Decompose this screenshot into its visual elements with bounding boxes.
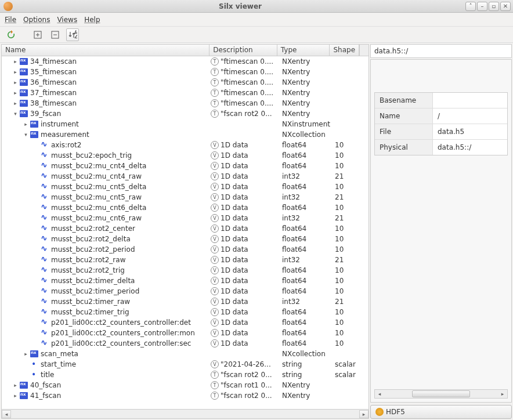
node-label: 39_fscan bbox=[30, 110, 61, 118]
tree-hscroll[interactable]: ◂ ▸ bbox=[2, 409, 369, 418]
collapse-icon[interactable]: ▾ bbox=[23, 132, 29, 138]
description-text: 1D data bbox=[221, 225, 248, 233]
shape-text: 21 bbox=[331, 298, 369, 306]
expand-icon[interactable]: ▸ bbox=[12, 90, 19, 96]
description-text: "ftimescan 0.... bbox=[221, 57, 273, 66]
type-badge-icon: T bbox=[211, 89, 219, 97]
tree-row[interactable]: ▸36_ftimescanT"ftimescan 0....NXentry bbox=[2, 77, 369, 88]
shape-text: 10 bbox=[331, 339, 369, 347]
expand-icon[interactable]: ▸ bbox=[12, 393, 19, 399]
sort-button[interactable]: AZ bbox=[66, 28, 79, 41]
shape-text: 21 bbox=[331, 214, 369, 222]
tree-row[interactable]: musst_bcu2:rot2_rawV1D dataint3221 bbox=[2, 255, 369, 265]
type-badge-icon: V bbox=[211, 277, 219, 285]
shape-text: 10 bbox=[331, 141, 369, 149]
dataset-icon bbox=[41, 183, 49, 190]
tree-row[interactable]: musst_bcu2:rot2_periodV1D datafloat6410 bbox=[2, 244, 369, 255]
type-text: float64 bbox=[279, 235, 331, 243]
tree-row[interactable]: musst_bcu2:mu_cnt5_rawV1D dataint3221 bbox=[2, 192, 369, 202]
node-label: musst_bcu2:mu_cnt4_delta bbox=[51, 162, 146, 170]
menu-views[interactable]: Views bbox=[57, 16, 77, 24]
tree-row[interactable]: musst_bcu2:rot2_deltaV1D datafloat6410 bbox=[2, 234, 369, 244]
dataset-icon bbox=[41, 330, 49, 336]
tree-row[interactable]: musst_bcu2:mu_cnt6_deltaV1D datafloat641… bbox=[2, 202, 369, 213]
collapse-all-button[interactable] bbox=[49, 28, 62, 41]
info-hscroll[interactable]: ◂ ▸ bbox=[374, 389, 508, 399]
column-type[interactable]: Type bbox=[277, 45, 330, 56]
type-text: float64 bbox=[279, 318, 331, 327]
expand-icon[interactable]: ▸ bbox=[12, 79, 19, 86]
description-text: 1D data bbox=[221, 235, 248, 243]
menu-options[interactable]: Options bbox=[23, 16, 50, 24]
tree-row[interactable]: ▾39_fscanT"fscan rot2 0...NXentry bbox=[2, 108, 369, 119]
menu-help[interactable]: Help bbox=[84, 16, 100, 24]
scroll-left-icon[interactable]: ◂ bbox=[2, 410, 11, 418]
description-text: 1D data bbox=[221, 308, 248, 316]
tree-row[interactable]: ▸37_ftimescanT"ftimescan 0....NXentry bbox=[2, 88, 369, 98]
type-badge-icon: T bbox=[211, 110, 219, 118]
description-text: 1D data bbox=[221, 193, 248, 201]
scroll-right-icon[interactable]: ▸ bbox=[359, 410, 369, 418]
type-text: NXcollection bbox=[279, 350, 331, 358]
menu-file[interactable]: File bbox=[5, 16, 16, 24]
tree-row[interactable]: ▸instrumentNXinstrument bbox=[2, 119, 369, 129]
tree-row[interactable]: musst_bcu2:mu_cnt4_deltaV1D datafloat641… bbox=[2, 161, 369, 171]
tree-row[interactable]: musst_bcu2:mu_cnt4_rawV1D dataint3221 bbox=[2, 171, 369, 182]
tree-row[interactable]: musst_bcu2:timer_deltaV1D datafloat6410 bbox=[2, 276, 369, 286]
tree-row[interactable]: ▸38_ftimescanT"ftimescan 0....NXentry bbox=[2, 98, 369, 108]
column-description[interactable]: Description bbox=[209, 45, 277, 56]
tree-row[interactable]: ▸34_ftimescanT"ftimescan 0....NXentry bbox=[2, 56, 369, 67]
tree-row[interactable]: titleT"fscan rot2 0...stringscalar bbox=[2, 370, 369, 380]
type-text: NXentry bbox=[279, 78, 331, 86]
titlebar: Silx viewer ˄ – ▫ ✕ bbox=[0, 0, 513, 13]
tree-row[interactable]: musst_bcu2:epoch_trigV1D datafloat6410 bbox=[2, 150, 369, 161]
tree-vscroll-header bbox=[359, 45, 369, 56]
shade-button[interactable]: ˄ bbox=[465, 2, 476, 11]
column-shape[interactable]: Shape bbox=[330, 45, 359, 56]
expand-icon[interactable]: ▸ bbox=[12, 59, 19, 65]
tree-row[interactable]: ▸35_ftimescanT"ftimescan 0....NXentry bbox=[2, 67, 369, 77]
expand-icon[interactable]: ▸ bbox=[12, 69, 19, 75]
tree-row[interactable]: musst_bcu2:rot2_centerV1D datafloat6410 bbox=[2, 223, 369, 234]
info-row: Filedata.h5 bbox=[375, 124, 507, 140]
info-value: / bbox=[433, 108, 507, 124]
expand-icon[interactable]: ▸ bbox=[23, 121, 29, 128]
nx-group-icon bbox=[20, 68, 28, 75]
expand-all-button[interactable] bbox=[31, 28, 44, 41]
tree-row[interactable]: musst_bcu2:mu_cnt5_deltaV1D datafloat641… bbox=[2, 182, 369, 192]
tree-row[interactable]: axis:rot2V1D datafloat6410 bbox=[2, 140, 369, 150]
tree-row[interactable]: ▾measurementNXcollection bbox=[2, 129, 369, 140]
tree-row[interactable]: ▸40_fscanT"fscan rot1 0...NXentry bbox=[2, 380, 369, 390]
tree-row[interactable]: musst_bcu2:timer_rawV1D dataint3221 bbox=[2, 296, 369, 307]
expand-icon[interactable]: ▸ bbox=[23, 351, 29, 357]
type-text: float64 bbox=[279, 141, 331, 149]
tree-row[interactable]: p201_lid00c:ct2_counters_controller:monV… bbox=[2, 328, 369, 338]
type-badge-icon: T bbox=[211, 68, 219, 76]
maximize-button[interactable]: ▫ bbox=[489, 2, 499, 11]
tree-row[interactable]: musst_bcu2:rot2_trigV1D datafloat6410 bbox=[2, 265, 369, 276]
hdf5-button[interactable]: HDF5 bbox=[370, 405, 512, 419]
minimize-button[interactable]: – bbox=[477, 2, 487, 11]
shape-text: 10 bbox=[331, 225, 369, 233]
tree-body[interactable]: ▸34_ftimescanT"ftimescan 0....NXentry▸35… bbox=[2, 56, 369, 409]
column-name[interactable]: Name bbox=[2, 45, 209, 56]
tree-row[interactable]: musst_bcu2:timer_trigV1D datafloat6410 bbox=[2, 307, 369, 317]
hdf5-label: HDF5 bbox=[386, 408, 405, 416]
expand-icon[interactable]: ▸ bbox=[12, 382, 19, 389]
expand-icon[interactable]: ▸ bbox=[12, 100, 19, 107]
type-text: float64 bbox=[279, 183, 331, 191]
nx-group-icon bbox=[20, 79, 28, 86]
close-button[interactable]: ✕ bbox=[500, 2, 511, 11]
tree-row[interactable]: start_timeV"2021-04-26...stringscalar bbox=[2, 359, 369, 370]
tree-header: Name Description Type Shape bbox=[2, 45, 369, 56]
tree-row[interactable]: p201_lid00c:ct2_counters_controller:detV… bbox=[2, 317, 369, 328]
tree-row[interactable]: musst_bcu2:mu_cnt6_rawV1D dataint3221 bbox=[2, 213, 369, 223]
refresh-button[interactable] bbox=[5, 28, 17, 41]
tree-row[interactable]: musst_bcu2:timer_periodV1D datafloat6410 bbox=[2, 286, 369, 296]
info-table: BasenameName/Filedata.h5Physicaldata.h5:… bbox=[374, 92, 508, 155]
collapse-icon[interactable]: ▾ bbox=[12, 111, 19, 117]
tree-row[interactable]: p201_lid00c:ct2_counters_controller:secV… bbox=[2, 338, 369, 349]
tree-row[interactable]: ▸41_fscanT"fscan rot2 0...NXentry bbox=[2, 390, 369, 401]
scalar-icon bbox=[30, 361, 38, 368]
tree-row[interactable]: ▸scan_metaNXcollection bbox=[2, 349, 369, 359]
